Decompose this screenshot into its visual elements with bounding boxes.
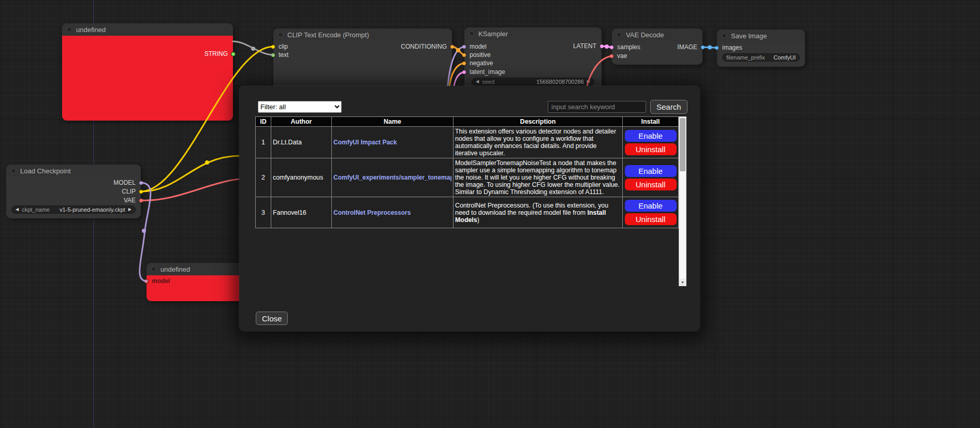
conditioning-pin-icon[interactable] xyxy=(462,53,466,57)
output-slot-string[interactable]: STRING xyxy=(204,50,236,57)
input-slot-images[interactable]: images xyxy=(714,44,742,51)
uninstall-button[interactable]: Uninstall xyxy=(625,213,677,225)
clip-pin-icon[interactable] xyxy=(271,45,275,49)
uninstall-button[interactable]: Uninstall xyxy=(625,143,677,155)
widget-label: seed xyxy=(482,79,494,85)
filename-prefix-widget[interactable]: filename_prefix ComfyUI xyxy=(722,53,800,62)
slot-label: latent_image xyxy=(470,68,505,76)
input-slot-positive[interactable]: positive xyxy=(462,51,491,58)
clip-pin-icon[interactable] xyxy=(139,189,143,194)
enable-button[interactable]: Enable xyxy=(625,130,677,142)
input-slot-samples[interactable]: samples xyxy=(609,43,640,51)
extension-link[interactable]: ControlNet Preprocessors xyxy=(333,209,451,216)
node-title: undefined xyxy=(160,265,190,273)
latent-pin-icon[interactable] xyxy=(599,44,604,49)
string-pin-icon[interactable] xyxy=(231,52,236,56)
input-slot-text[interactable]: text xyxy=(271,51,288,58)
vae-pin-icon[interactable] xyxy=(139,198,143,203)
slot-label: STRING xyxy=(204,50,228,57)
input-slot-clip[interactable]: clip xyxy=(271,43,288,50)
input-slot-vae[interactable]: vae xyxy=(609,52,627,60)
collapse-dot-icon[interactable] xyxy=(278,32,283,37)
input-slot-latent-image[interactable]: latent_image xyxy=(462,68,505,76)
model-pin-icon[interactable] xyxy=(139,181,143,185)
widget-prev-icon[interactable]: ◀ xyxy=(16,208,19,212)
uninstall-button[interactable]: Uninstall xyxy=(625,179,677,190)
node-header[interactable]: Load Checkpoint xyxy=(6,165,141,177)
filter-select[interactable]: Filter: all xyxy=(258,101,342,113)
node-header[interactable]: undefined xyxy=(62,23,233,36)
widget-next-icon[interactable]: ▶ xyxy=(587,80,590,84)
vae-pin-icon[interactable] xyxy=(609,54,614,58)
extension-link[interactable]: ComfyUI_experiments/sampler_tonemap xyxy=(333,174,451,181)
node-load-checkpoint[interactable]: Load Checkpoint MODEL CLIP VAE ◀ ckpt_na… xyxy=(6,165,141,218)
conditioning-pin-icon[interactable] xyxy=(462,61,466,66)
wire-model-midpoint xyxy=(142,229,146,233)
table-row: 2 comfyanonymous ComfyUI_experiments/sam… xyxy=(256,158,679,197)
collapse-dot-icon[interactable] xyxy=(151,267,156,272)
image-pin-icon[interactable] xyxy=(700,45,705,50)
input-slot-negative[interactable]: negative xyxy=(462,60,493,67)
search-input[interactable] xyxy=(548,101,646,113)
slot-label: negative xyxy=(470,60,493,67)
enable-button[interactable]: Enable xyxy=(625,165,677,177)
seed-widget[interactable]: ◀ seed 156680208700286 ▶ xyxy=(472,78,594,86)
conditioning-pin-icon[interactable] xyxy=(450,45,455,49)
scrollbar-thumb[interactable] xyxy=(680,118,685,171)
node-save-image[interactable]: Save Image images filename_prefix ComfyU… xyxy=(717,29,805,67)
node-header[interactable]: CLIP Text Encode (Prompt) xyxy=(273,28,452,41)
description-text: ) xyxy=(477,216,479,224)
node-vae-decode[interactable]: VAE Decode samples vae IMAGE xyxy=(612,28,703,65)
node-undefined-top[interactable]: undefined STRING xyxy=(62,23,233,121)
node-body: MODEL CLIP VAE ◀ ckpt_name v1-5-pruned-e… xyxy=(6,177,141,218)
scrollbar-down-button[interactable]: ▼ xyxy=(679,278,686,286)
widget-prev-icon[interactable]: ◀ xyxy=(476,80,479,84)
output-slot-conditioning[interactable]: CONDITIONING xyxy=(401,43,455,50)
enable-button[interactable]: Enable xyxy=(625,200,677,212)
node-title: KSampler xyxy=(478,30,508,38)
latent-pin-icon[interactable] xyxy=(462,70,466,75)
input-slot-model[interactable]: model xyxy=(462,43,487,50)
model-pin-icon[interactable] xyxy=(144,279,149,284)
ckpt-name-widget[interactable]: ◀ ckpt_name v1-5-pruned-emaonly.ckpt ▶ xyxy=(11,205,136,214)
collapse-dot-icon[interactable] xyxy=(722,33,727,38)
extension-link[interactable]: ComfyUI Impact Pack xyxy=(333,139,451,146)
slot-label: samples xyxy=(617,43,640,51)
node-title: undefined xyxy=(76,26,106,34)
close-button[interactable]: Close xyxy=(256,312,288,325)
slot-label: MODEL xyxy=(113,179,136,186)
table-header-row: ID Author Name Description Install xyxy=(256,117,679,127)
widget-next-icon[interactable]: ▶ xyxy=(128,208,131,212)
collapse-dot-icon[interactable] xyxy=(67,27,72,32)
search-button[interactable]: Search xyxy=(650,100,688,114)
collapse-dot-icon[interactable] xyxy=(11,168,16,173)
string-pin-icon[interactable] xyxy=(271,53,275,57)
widget-value: ComfyUI xyxy=(773,54,796,61)
widget-label: filename_prefix xyxy=(726,54,765,61)
output-slot-vae[interactable]: VAE xyxy=(124,197,143,204)
output-slot-clip[interactable]: CLIP xyxy=(122,188,143,195)
input-slot-model[interactable]: model xyxy=(144,277,170,285)
row-install: Enable Uninstall xyxy=(623,158,679,197)
node-header[interactable]: Save Image xyxy=(717,29,805,42)
dialog-scrollbar[interactable]: ▼ xyxy=(679,116,686,286)
graph-canvas[interactable]: undefined STRING CLIP Text Encode (Promp… xyxy=(0,0,980,428)
header-description: Description xyxy=(454,117,623,127)
output-slot-image[interactable]: IMAGE xyxy=(677,43,705,51)
slot-label: LATENT xyxy=(573,42,596,50)
row-install: Enable Uninstall xyxy=(623,127,679,158)
node-header[interactable]: VAE Decode xyxy=(612,28,703,41)
scroll-down-icon: ▼ xyxy=(681,281,684,284)
latent-pin-icon[interactable] xyxy=(609,45,614,50)
row-author: comfyanonymous xyxy=(271,158,332,197)
image-pin-icon[interactable] xyxy=(714,46,719,50)
collapse-dot-icon[interactable] xyxy=(617,32,622,37)
wire-string xyxy=(233,41,273,55)
output-slot-model[interactable]: MODEL xyxy=(113,179,143,186)
model-pin-icon[interactable] xyxy=(462,45,466,49)
widget-label: ckpt_name xyxy=(22,206,50,213)
collapse-dot-icon[interactable] xyxy=(469,31,474,36)
widget-value: v1-5-pruned-emaonly.ckpt xyxy=(60,206,125,213)
output-slot-latent[interactable]: LATENT xyxy=(573,42,604,50)
node-header[interactable]: KSampler xyxy=(464,27,602,40)
